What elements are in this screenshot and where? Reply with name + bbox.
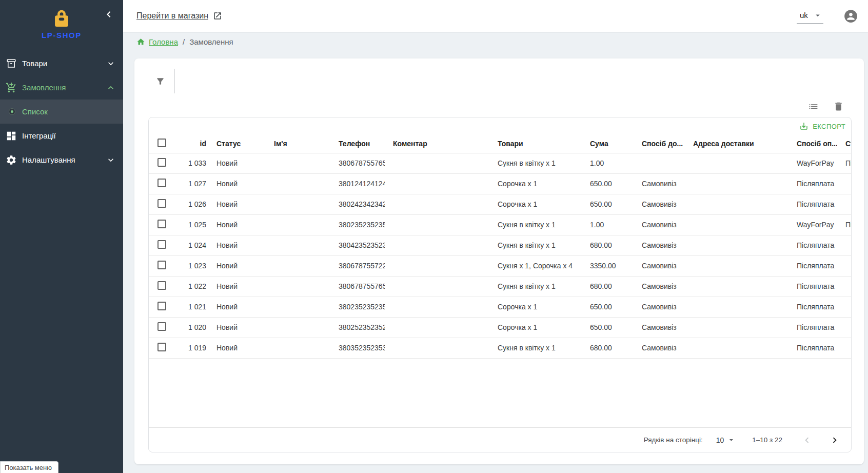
- table-header-row: idСтатусІм'яТелефонКоментарТовариСумаСпо…: [149, 135, 851, 153]
- cell-pay_status: [837, 235, 851, 255]
- go-to-store-link[interactable]: Перейти в магазин: [136, 11, 222, 21]
- cell-name: [266, 214, 330, 235]
- row-checkbox[interactable]: [157, 322, 166, 331]
- row-checkbox[interactable]: [157, 158, 166, 167]
- row-checkbox[interactable]: [157, 302, 166, 310]
- cell-pay_status: [837, 173, 851, 194]
- filter-icon[interactable]: [155, 76, 165, 86]
- table-row[interactable]: 1 033Новий380678755765Сукня в квітку x 1…: [149, 153, 851, 173]
- cell-products: Сукня в квітку x 1: [489, 276, 582, 297]
- sidebar: LP-SHOP ТовариЗамовленняСписокІнтеграції…: [0, 0, 123, 473]
- row-select-cell: [149, 173, 173, 194]
- breadcrumb-home-link[interactable]: Головна: [149, 37, 178, 46]
- cell-name: [266, 194, 330, 214]
- cell-products: Сукня в квітку x 1: [489, 214, 582, 235]
- list-view-icon[interactable]: [808, 101, 819, 112]
- delete-icon[interactable]: [833, 101, 844, 112]
- cell-delivery: Самовивіз: [634, 338, 685, 358]
- row-checkbox[interactable]: [157, 281, 166, 290]
- logo-text: LP-SHOP: [42, 31, 82, 40]
- row-checkbox[interactable]: [157, 179, 166, 187]
- table-row[interactable]: 1 023Новий380678755722Сукня x 1, Сорочка…: [149, 255, 851, 276]
- cell-delivery: Самовивіз: [634, 276, 685, 297]
- sidebar-item-список[interactable]: Список: [0, 100, 123, 124]
- cell-delivery: [634, 153, 685, 173]
- table-row[interactable]: 1 025Новий380235235235Сукня в квітку x 1…: [149, 214, 851, 235]
- cell-name: [266, 235, 330, 255]
- cell-status: Новий: [208, 235, 266, 255]
- cell-delivery: Самовивіз: [634, 214, 685, 235]
- filter-divider: [174, 69, 175, 93]
- row-checkbox[interactable]: [157, 261, 166, 269]
- row-checkbox[interactable]: [157, 199, 166, 208]
- sidebar-item-інтеграції[interactable]: Інтеграції: [0, 124, 123, 148]
- cell-comment: [385, 317, 489, 338]
- cell-delivery: Самовивіз: [634, 173, 685, 194]
- row-checkbox[interactable]: [157, 240, 166, 249]
- column-header[interactable]: Товари: [489, 135, 582, 153]
- cell-delivery: Самовивіз: [634, 317, 685, 338]
- collapse-sidebar-button[interactable]: [103, 8, 115, 21]
- widgets-icon: [6, 130, 17, 142]
- previous-page-button[interactable]: [801, 434, 813, 446]
- table-row[interactable]: 1 020Новий380252352352Сорочка x 1650.00С…: [149, 317, 851, 338]
- sidebar-menu: ТовариЗамовленняСписокІнтеграціїНалаштув…: [0, 51, 123, 172]
- bulk-actions-row: [148, 95, 852, 117]
- sidebar-item-налаштування[interactable]: Налаштування: [0, 148, 123, 172]
- column-header[interactable]: Спосіб до...: [634, 135, 685, 153]
- cell-status: Новий: [208, 173, 266, 194]
- language-select[interactable]: uk: [797, 8, 823, 24]
- cell-phone: 380678755765: [330, 153, 385, 173]
- table-row[interactable]: 1 019Новий380352352353Сукня в квітку x 1…: [149, 338, 851, 358]
- table-row[interactable]: 1 027Новий380124124124Сорочка x 1650.00С…: [149, 173, 851, 194]
- column-header[interactable]: Сума: [582, 135, 634, 153]
- table-row[interactable]: 1 021Новий380235235235Сорочка x 1650.00С…: [149, 297, 851, 317]
- cell-comment: [385, 194, 489, 214]
- row-select-cell: [149, 276, 173, 297]
- row-select-cell: [149, 338, 173, 358]
- sidebar-item-label: Замовлення: [22, 83, 66, 92]
- cell-id: 1 019: [173, 338, 208, 358]
- cell-sum: 680.00: [582, 338, 634, 358]
- export-label: ЕКСПОРТ: [813, 123, 845, 130]
- cell-name: [266, 173, 330, 194]
- row-select-cell: [149, 153, 173, 173]
- select-all-checkbox[interactable]: [157, 139, 166, 147]
- cell-address: [685, 235, 788, 255]
- export-button[interactable]: ЕКСПОРТ: [799, 122, 845, 131]
- row-checkbox[interactable]: [157, 220, 166, 228]
- cell-sum: 680.00: [582, 276, 634, 297]
- sidebar-item-замовлення[interactable]: Замовлення: [0, 75, 123, 100]
- cell-status: Новий: [208, 317, 266, 338]
- cell-products: Сукня в квітку x 1: [489, 235, 582, 255]
- row-select-cell: [149, 194, 173, 214]
- cell-address: [685, 194, 788, 214]
- column-header[interactable]: Ст: [837, 135, 851, 153]
- cell-delivery: Самовивіз: [634, 235, 685, 255]
- rows-per-page-label: Рядків на сторінці:: [644, 436, 703, 444]
- column-header[interactable]: Адреса доставки: [685, 135, 788, 153]
- cell-status: Новий: [208, 255, 266, 276]
- user-avatar-button[interactable]: [844, 9, 858, 23]
- next-page-button[interactable]: [828, 434, 841, 446]
- cell-status: Новий: [208, 297, 266, 317]
- cell-pay_status: [837, 297, 851, 317]
- column-header[interactable]: Спосіб оп...: [788, 135, 837, 153]
- column-header[interactable]: Статус: [208, 135, 266, 153]
- cell-payment: Післяплата: [788, 255, 837, 276]
- row-checkbox[interactable]: [157, 343, 166, 351]
- external-link-icon: [213, 11, 222, 21]
- column-header[interactable]: Коментар: [385, 135, 489, 153]
- column-header[interactable]: Телефон: [330, 135, 385, 153]
- column-header[interactable]: id: [173, 135, 208, 153]
- table-row[interactable]: 1 022Новий380678755765Сукня в квітку x 1…: [149, 276, 851, 297]
- table-row[interactable]: 1 024Новий380423523523Сукня в квітку x 1…: [149, 235, 851, 255]
- column-header[interactable]: Ім'я: [266, 135, 330, 153]
- dropdown-arrow-icon: [727, 436, 736, 444]
- cell-comment: [385, 255, 489, 276]
- table-row[interactable]: 1 026Новий380242342342Сорочка x 1650.00С…: [149, 194, 851, 214]
- sidebar-item-товари[interactable]: Товари: [0, 51, 123, 75]
- cell-comment: [385, 235, 489, 255]
- rows-per-page-select[interactable]: 10: [716, 436, 736, 444]
- orders-table: idСтатусІм'яТелефонКоментарТовариСумаСпо…: [149, 135, 851, 359]
